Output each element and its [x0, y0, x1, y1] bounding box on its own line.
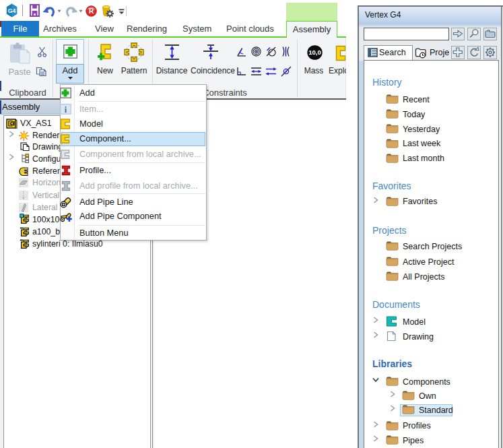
svg-text:R: R	[89, 7, 94, 15]
svg-text:G4: G4	[8, 7, 16, 14]
svg-text:10,0: 10,0	[308, 49, 321, 56]
